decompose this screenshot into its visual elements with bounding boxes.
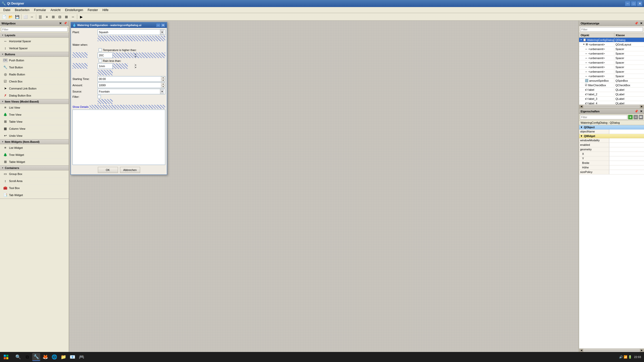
tree-row-label3[interactable]: 🏷 label_3 QLabel xyxy=(579,97,644,101)
prop-hohe-value[interactable] xyxy=(609,165,644,170)
cancel-button[interactable]: Abbrechen xyxy=(120,167,140,173)
minimize-button[interactable]: ─ xyxy=(625,1,630,6)
widget-dialog-button-box[interactable]: ✗ Dialog Button Box xyxy=(0,92,69,99)
widgetbox-close[interactable]: ✕ xyxy=(59,22,62,25)
design-canvas[interactable]: 💧 Watering Configuration - wateringconfi… xyxy=(69,21,579,352)
widget-tool-button[interactable]: 🔧 Tool Button xyxy=(0,64,69,71)
app2-taskbar[interactable]: 🦊 xyxy=(41,353,49,361)
prop-y-value[interactable] xyxy=(609,156,644,161)
open-button[interactable]: 📂 xyxy=(8,14,14,20)
add-property-button[interactable]: + xyxy=(628,115,633,119)
widget-command-link-button[interactable]: ➤ Command Link Button xyxy=(0,85,69,92)
widget-check-box[interactable]: ☑ Check Box xyxy=(0,78,69,85)
layout-v-button[interactable]: ≡ xyxy=(44,14,50,20)
plant-combobox-widget[interactable]: Squash ▼ xyxy=(98,29,165,35)
tree-row-spacer-4[interactable]: ↔ <unbenannt> Spacer xyxy=(579,60,644,65)
details-box[interactable] xyxy=(72,110,165,165)
tree-row-label2[interactable]: 🏷 label_2 QLabel xyxy=(579,92,644,97)
amount-up[interactable]: ▲ xyxy=(161,83,165,85)
props-hscrollbar[interactable]: ◀ ▶ xyxy=(579,348,644,352)
rain-up-arrow[interactable]: ▲ xyxy=(135,64,137,66)
objektanzeige-filter-input[interactable] xyxy=(580,27,643,32)
menu-bearbeiten[interactable]: Bearbeiten xyxy=(13,8,32,13)
props-hscroll-left[interactable]: ◀ xyxy=(579,349,583,352)
menu-hilfe[interactable]: Hilfe xyxy=(100,8,111,13)
widgetbox-filter-input[interactable] xyxy=(1,27,68,32)
objektanzeige-close[interactable]: ✕ xyxy=(640,22,642,25)
objektanzeige-pin[interactable]: 📌 xyxy=(634,22,638,25)
tree-row-spacer-3[interactable]: ↔ <unbenannt> Spacer xyxy=(579,56,644,60)
widget-undo-view[interactable]: ↩ Undo View xyxy=(0,132,69,139)
app6-taskbar[interactable]: 🎮 xyxy=(77,353,86,361)
hscroll-right[interactable]: ▶ xyxy=(640,105,644,108)
prop-windowmodality-value[interactable] xyxy=(609,138,644,143)
remove-property-button[interactable]: − xyxy=(633,115,638,119)
app5-taskbar[interactable]: 📧 xyxy=(68,353,76,361)
save-button[interactable]: 💾 xyxy=(14,14,20,20)
prop-objectname-value[interactable] xyxy=(609,129,644,134)
tree-row-label[interactable]: 🏷 label QLabel xyxy=(579,87,644,92)
prop-hohe[interactable]: Höhe xyxy=(579,165,644,170)
widget-radio-button[interactable]: ◎ Radio Button xyxy=(0,71,69,78)
section-buttons-header[interactable]: ▼ Buttons xyxy=(0,52,69,57)
starting-time-up[interactable]: ▲ xyxy=(161,76,165,79)
eigenschaften-close[interactable]: ✕ xyxy=(640,110,642,113)
layout-grid-button[interactable]: ⊞ xyxy=(50,14,56,20)
tree-row-label4[interactable]: 🏷 label_4 QLabel xyxy=(579,101,644,105)
widget-tree-view[interactable]: 🌲 Tree View xyxy=(0,111,69,118)
menu-ansicht[interactable]: Ansicht xyxy=(48,8,63,13)
tree-row-spacer-6[interactable]: ↔ <unbenannt> Spacer xyxy=(579,69,644,74)
temp-spinbox[interactable]: ▲ ▼ xyxy=(98,53,113,58)
eigenschaften-pin[interactable]: 📌 xyxy=(634,110,638,113)
hscroll-left[interactable]: ◀ xyxy=(579,105,583,108)
widget-mode-button[interactable]: ⬜ xyxy=(22,14,28,20)
layout-h-button[interactable]: ||| xyxy=(37,14,43,20)
widget-table-widget[interactable]: ⊞ Table Widget xyxy=(0,158,69,165)
prop-breite-value[interactable] xyxy=(609,161,644,165)
source-combobox[interactable]: Fountain ▼ xyxy=(98,89,165,94)
widget-list-widget[interactable]: ≡ List Widget xyxy=(0,144,69,151)
starting-time-spinbox[interactable]: ▲ ▼ xyxy=(98,76,165,82)
edit-property-button[interactable]: ✏ xyxy=(639,115,643,119)
amount-down[interactable]: ▼ xyxy=(161,85,165,88)
widget-vertical-spacer[interactable]: ↕ Vertical Spacer xyxy=(0,45,69,52)
prop-enabled-value[interactable] xyxy=(609,143,644,147)
widget-table-view[interactable]: ⊞ Table View xyxy=(0,118,69,125)
tree-row-gridlayout[interactable]: ▼ ⊞ <unbenannt> QGridLayout xyxy=(579,42,644,47)
prop-objectname[interactable]: objectName xyxy=(579,129,644,134)
rain-checkbox[interactable] xyxy=(99,59,102,62)
tree-row-spacer-1[interactable]: ↔ <unbenannt> Spacer xyxy=(579,47,644,51)
eigenschaften-filter-input[interactable] xyxy=(580,115,627,119)
rain-spinbox[interactable]: ▲ ▼ xyxy=(98,63,113,69)
tree-row-dialog[interactable]: ▼ 📋 WateringConfigDialog QDialog xyxy=(579,38,644,42)
widget-push-button[interactable]: OK Push Button xyxy=(0,57,69,64)
widget-tab-widget[interactable]: 📑 Tab Widget xyxy=(0,192,69,199)
widget-scroll-area[interactable]: ↕ Scroll Area xyxy=(0,177,69,185)
section-containers-header[interactable]: ▼ Containers xyxy=(0,166,69,170)
break-layout-button[interactable]: ⊠ xyxy=(63,14,69,20)
menu-datei[interactable]: Datei xyxy=(1,8,13,13)
section-item-widgets-header[interactable]: ▼ Item Widgets (Item-Based) xyxy=(0,140,69,144)
menu-formular[interactable]: Formular xyxy=(32,8,48,13)
prop-section-qobject[interactable]: ▼ QObject xyxy=(579,125,644,129)
dialog-close[interactable]: ✕ xyxy=(161,23,165,27)
amount-spinbox[interactable]: ▲ ▼ xyxy=(98,82,165,88)
widget-list-view[interactable]: ≡ List View xyxy=(0,104,69,111)
widget-group-box[interactable]: ▭ Group Box xyxy=(0,170,69,177)
hscroll-track[interactable] xyxy=(584,106,639,108)
rain-down-arrow[interactable]: ▼ xyxy=(135,66,137,69)
dialog-minimize[interactable]: ─ xyxy=(156,23,160,27)
starting-time-input[interactable] xyxy=(98,76,161,81)
starting-time-down[interactable]: ▼ xyxy=(161,79,165,82)
prop-x-value[interactable] xyxy=(609,152,644,156)
search-taskbar[interactable]: 🔍 xyxy=(14,353,22,361)
tree-row-spacer-7[interactable]: ↔ <unbenannt> Spacer xyxy=(579,74,644,78)
new-button[interactable]: 📄 xyxy=(1,14,7,20)
props-hscroll-track[interactable] xyxy=(584,349,639,351)
filter-checkbox[interactable] xyxy=(98,95,101,98)
prop-breite[interactable]: Breite xyxy=(579,161,644,165)
app3-taskbar[interactable]: 🌐 xyxy=(50,353,58,361)
widget-column-view[interactable]: ▦ Column View xyxy=(0,125,69,132)
maximize-button[interactable]: □ xyxy=(631,1,636,6)
section-layouts-header[interactable]: ▼ Layouts xyxy=(0,33,69,38)
